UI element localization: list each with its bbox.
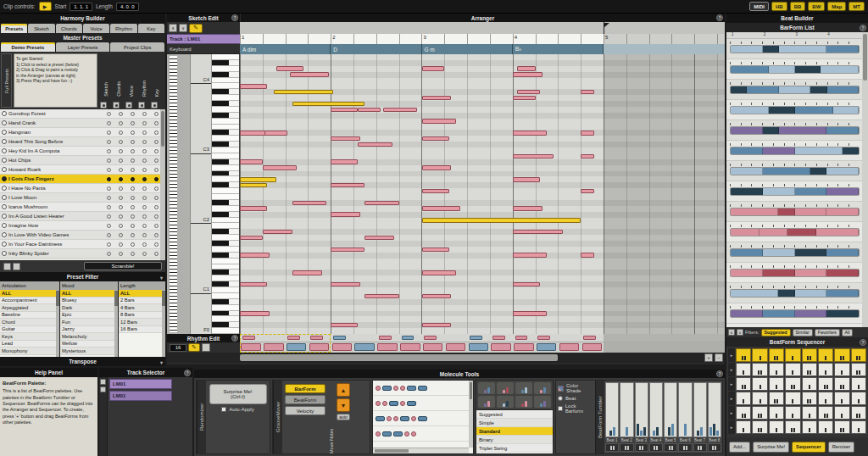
rhythm-beat-block[interactable] bbox=[377, 343, 397, 351]
note[interactable] bbox=[240, 159, 263, 164]
filter-item[interactable]: Melancholy bbox=[60, 333, 118, 341]
preset-row[interactable]: Howard Roark bbox=[0, 165, 165, 175]
layer-dot[interactable] bbox=[119, 121, 123, 125]
layer-dot[interactable] bbox=[154, 252, 159, 256]
sequencer-cell[interactable] bbox=[769, 420, 784, 434]
filter-scrollbar[interactable] bbox=[114, 290, 118, 357]
filter-item[interactable]: Guitar bbox=[0, 326, 59, 334]
barform-filter-favorites[interactable]: Favorites bbox=[815, 329, 840, 336]
tab-sketch[interactable]: Sketch bbox=[28, 24, 54, 33]
target-beatform-button[interactable]: BeatForm bbox=[285, 395, 326, 404]
rhythm-beat-block[interactable] bbox=[332, 343, 352, 351]
note[interactable] bbox=[240, 183, 267, 188]
preset-row[interactable]: I Gots Five Fingerz bbox=[0, 175, 165, 184]
piano-key[interactable] bbox=[212, 95, 239, 101]
tumbler-window[interactable] bbox=[708, 382, 721, 437]
barform-filter-all[interactable]: All bbox=[842, 329, 854, 336]
beat-glyph-button[interactable] bbox=[678, 443, 692, 452]
filter-item[interactable]: Keys bbox=[0, 333, 59, 341]
row-play-icon[interactable]: ▸ bbox=[728, 406, 735, 420]
note[interactable] bbox=[240, 84, 267, 89]
piano-key[interactable] bbox=[212, 247, 239, 253]
filter-item[interactable]: Fun bbox=[60, 319, 118, 326]
sequencer-cell[interactable] bbox=[802, 348, 817, 362]
sequencer-cell[interactable] bbox=[834, 420, 849, 434]
target-barform-button[interactable]: BarForm bbox=[285, 384, 326, 393]
rhythm-beat-block[interactable] bbox=[423, 343, 442, 351]
layer-dot[interactable] bbox=[142, 131, 147, 135]
layer-dot[interactable] bbox=[119, 214, 123, 219]
preset-radio[interactable] bbox=[2, 223, 7, 228]
layer-dot[interactable] bbox=[142, 233, 147, 237]
rhythm-draw-button[interactable]: ✎ bbox=[188, 343, 200, 352]
sequencer-cell[interactable] bbox=[802, 420, 817, 434]
help-icon[interactable]: ? bbox=[231, 14, 238, 21]
layer-dot[interactable] bbox=[107, 205, 111, 209]
note[interactable] bbox=[422, 247, 449, 253]
beatform-chip[interactable] bbox=[478, 396, 495, 408]
preset-radio[interactable] bbox=[2, 111, 7, 116]
layer-dot[interactable] bbox=[107, 131, 111, 135]
layer-dot[interactable] bbox=[131, 233, 135, 237]
tumbler-filter-triplet-swing[interactable]: Triplet Swing bbox=[476, 444, 553, 453]
sequencer-cell[interactable] bbox=[769, 392, 784, 405]
row-play-icon[interactable]: ▸ bbox=[728, 392, 735, 405]
note[interactable] bbox=[513, 131, 547, 136]
layer-dot[interactable] bbox=[119, 149, 123, 153]
filter-item[interactable]: Bassline bbox=[0, 312, 59, 320]
tab-demo-presets[interactable]: Demo Presets bbox=[1, 42, 55, 52]
note[interactable] bbox=[581, 154, 594, 159]
sequencer-cell[interactable] bbox=[736, 392, 751, 405]
layer-dot[interactable] bbox=[131, 121, 135, 125]
filter-item[interactable]: Mysterious bbox=[60, 348, 118, 355]
piano-key[interactable] bbox=[212, 229, 239, 235]
sequencer-cell[interactable] bbox=[834, 348, 849, 362]
beatform-chip[interactable] bbox=[515, 382, 532, 394]
note[interactable] bbox=[513, 177, 540, 182]
topbar-button-hb[interactable]: HB bbox=[771, 2, 787, 11]
piano-key[interactable] bbox=[212, 223, 239, 229]
note[interactable] bbox=[290, 72, 329, 77]
zoom-in-button[interactable]: + bbox=[704, 353, 713, 362]
note[interactable] bbox=[581, 189, 594, 194]
horizontal-scrollbar[interactable]: + − bbox=[167, 353, 725, 363]
layer-dot[interactable] bbox=[119, 112, 123, 116]
rhythm-accent-block[interactable] bbox=[515, 336, 528, 340]
note[interactable] bbox=[513, 72, 542, 77]
sequencer-cell[interactable] bbox=[785, 348, 800, 362]
note[interactable] bbox=[331, 212, 360, 217]
remove-track-button[interactable] bbox=[100, 386, 106, 392]
preset-row[interactable]: Inky Blinky Spider bbox=[0, 249, 165, 259]
barform-row[interactable] bbox=[726, 80, 868, 100]
note[interactable] bbox=[513, 253, 547, 258]
layer-dot[interactable] bbox=[131, 112, 135, 116]
layer-dot[interactable] bbox=[107, 168, 111, 172]
molecule-hscrollbar[interactable] bbox=[373, 448, 469, 453]
layer-dot[interactable] bbox=[107, 177, 111, 181]
layer-dot[interactable] bbox=[142, 214, 147, 219]
beat-glyph-button[interactable] bbox=[693, 443, 707, 452]
layer-dot[interactable] bbox=[142, 112, 147, 116]
layer-dot[interactable] bbox=[131, 252, 135, 256]
piano-key[interactable] bbox=[212, 66, 239, 72]
piano-key[interactable] bbox=[212, 171, 239, 177]
note[interactable] bbox=[240, 253, 270, 258]
layer-dot[interactable] bbox=[154, 177, 159, 181]
note[interactable] bbox=[513, 206, 542, 211]
preset-radio[interactable] bbox=[2, 176, 7, 181]
bar-ruler[interactable]: 12345 bbox=[240, 34, 725, 44]
preset-tool-icon[interactable] bbox=[3, 263, 11, 270]
piano-key[interactable] bbox=[212, 176, 239, 182]
help-icon[interactable]: ? bbox=[860, 339, 866, 346]
note[interactable] bbox=[581, 131, 594, 136]
piano-key[interactable] bbox=[212, 200, 239, 206]
vertical-overview[interactable] bbox=[167, 54, 191, 334]
rhythm-beat-block[interactable] bbox=[400, 343, 420, 351]
sequencer-cell[interactable] bbox=[818, 377, 833, 391]
row-play-icon[interactable]: ▸ bbox=[728, 420, 735, 434]
layer-dot[interactable] bbox=[119, 233, 123, 237]
row-play-icon[interactable]: ▸ bbox=[728, 363, 735, 376]
layer-dot[interactable] bbox=[154, 131, 159, 135]
rhythm-beat-block[interactable] bbox=[559, 343, 579, 351]
filter-up-button[interactable]: ∧ bbox=[728, 329, 735, 336]
